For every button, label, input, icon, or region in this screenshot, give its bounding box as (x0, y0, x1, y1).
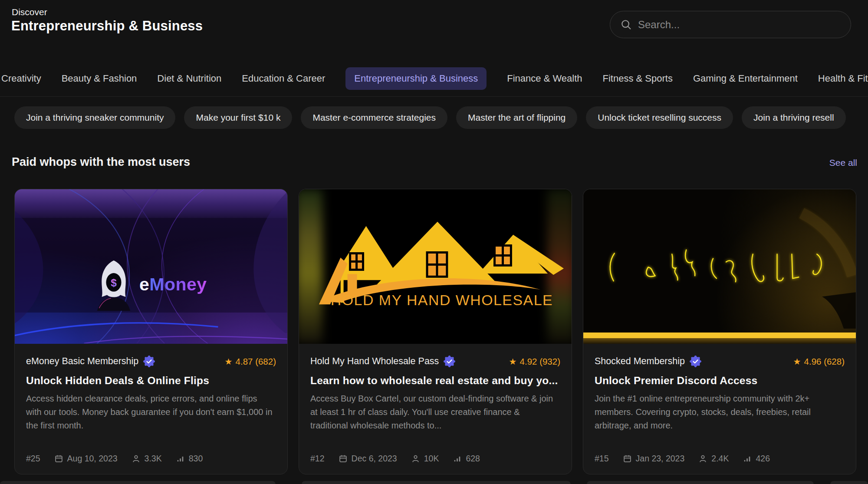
star-icon: ★ (225, 357, 233, 366)
verified-badge-icon (690, 356, 701, 367)
tab-health[interactable]: Health & Fitness (818, 73, 868, 84)
whop-description: Join the #1 online entrepreneurship comm… (595, 392, 845, 433)
next-row-card-top[interactable] (302, 481, 571, 484)
tab-fitness-sports[interactable]: Fitness & Sports (603, 73, 673, 84)
rank-stat: #15 (595, 454, 609, 464)
date-stat: Jan 23, 2023 (623, 454, 685, 464)
next-row-card-top[interactable] (830, 481, 868, 484)
bar-chart-icon (176, 454, 185, 463)
whop-description: Access Buy Box Cartel, our custom deal-f… (310, 392, 560, 433)
verified-badge-icon (143, 356, 155, 367)
whop-stats: #25 Aug 10, 2023 3 (26, 454, 203, 464)
pill-ticket-reselling[interactable]: Unlock ticket reselling success (586, 106, 733, 129)
rating: ★ 4.92 (932) (509, 356, 560, 367)
section-title: Paid whops with the most users (12, 155, 190, 169)
card-banner-image: HOLD MY HAND WHOLESALE (299, 189, 572, 344)
star-icon: ★ (793, 357, 801, 366)
tab-gaming-entertainment[interactable]: Gaming & Entertainment (693, 73, 798, 84)
calendar-icon (623, 454, 632, 463)
emoney-wordmark: eMoney (139, 274, 207, 295)
tab-education-career[interactable]: Education & Career (242, 73, 325, 84)
whop-stats: #12 Dec 6, 2023 10 (310, 454, 480, 464)
members-stat: 3.3K (132, 454, 162, 464)
tab-beauty-fashion[interactable]: Beauty & Fashion (62, 73, 137, 84)
section-head: Paid whops with the most users See all (12, 155, 857, 169)
next-row-card-top[interactable] (0, 481, 276, 484)
person-icon (132, 454, 141, 463)
whop-name: eMoney Basic Membership (26, 356, 138, 367)
star-icon: ★ (509, 357, 517, 366)
pill-first-10k[interactable]: Make your first $10 k (184, 106, 292, 129)
whop-name: Hold My Hand Wholesale Pass (310, 356, 439, 367)
rating: ★ 4.96 (628) (793, 356, 845, 367)
pill-sneaker-community[interactable]: Join a thriving sneaker community (14, 106, 175, 129)
whop-description: Access hidden clearance deals, price err… (26, 392, 276, 433)
suggestion-pills: Join a thriving sneaker community Make y… (0, 106, 868, 129)
category-tabs: Creativity Beauty & Fashion Diet & Nutri… (0, 61, 868, 97)
calendar-icon (54, 454, 63, 463)
tab-finance-wealth[interactable]: Finance & Wealth (507, 73, 582, 84)
whop-name: Shocked Membership (595, 356, 685, 367)
calendar-icon (339, 454, 348, 463)
whop-headline: Unlock Hidden Deals & Online Flips (26, 375, 276, 387)
rank-stat: #12 (310, 454, 325, 464)
dollar-glyph: $ (111, 277, 117, 289)
search-icon (621, 19, 632, 30)
activity-stat: 426 (743, 454, 770, 464)
tab-creativity[interactable]: Creativity (1, 73, 41, 84)
next-row-card-top[interactable] (587, 481, 814, 484)
see-all-link[interactable]: See all (829, 158, 857, 168)
search-box[interactable] (610, 11, 851, 38)
search-input[interactable] (638, 19, 840, 31)
whop-card-emoney[interactable]: $ eMoney eMoney Basic Membership (14, 189, 288, 474)
page-title: Entrepreneurship & Business (11, 18, 203, 34)
discover-eyebrow: Discover (12, 7, 47, 17)
date-stat: Aug 10, 2023 (54, 454, 118, 464)
whop-headline: Unlock Premier Discord Access (595, 375, 845, 387)
tab-diet-nutrition[interactable]: Diet & Nutrition (157, 73, 221, 84)
bar-chart-icon (453, 454, 462, 463)
banner-yellow-bar (583, 333, 856, 338)
whop-card-shocked[interactable]: Shocked Membership ★ 4.96 (628) (583, 189, 856, 474)
rating: ★ 4.87 (682) (225, 356, 276, 367)
pill-art-of-flipping[interactable]: Master the art of flipping (456, 106, 577, 129)
members-stat: 2.4K (698, 454, 729, 464)
activity-stat: 628 (453, 454, 480, 464)
card-banner-image: $ eMoney (15, 189, 287, 344)
date-stat: Dec 6, 2023 (339, 454, 397, 464)
pill-thriving-resell[interactable]: Join a thriving resell (742, 106, 846, 129)
pill-ecommerce-strategies[interactable]: Master e-commerce strategies (301, 106, 447, 129)
card-banner-image (583, 189, 856, 344)
whop-headline: Learn how to wholesale real estate and b… (310, 375, 560, 387)
whop-card-hold-my-hand[interactable]: HOLD MY HAND WHOLESALE Hold My Hand Whol… (299, 189, 572, 474)
bar-chart-icon (743, 454, 752, 463)
rank-stat: #25 (26, 454, 40, 464)
tab-entrepreneurship-business[interactable]: Entrepreneurship & Business (345, 67, 487, 90)
members-stat: 10K (411, 454, 439, 464)
hooded-figure-logo: $ (92, 258, 135, 311)
hmh-logo-text: HOLD MY HAND WHOLESALE (331, 292, 553, 308)
person-icon (411, 454, 420, 463)
whop-stats: #15 Jan 23, 2023 2 (595, 454, 770, 464)
verified-badge-icon (444, 356, 455, 367)
person-icon (698, 454, 707, 463)
activity-stat: 830 (176, 454, 203, 464)
